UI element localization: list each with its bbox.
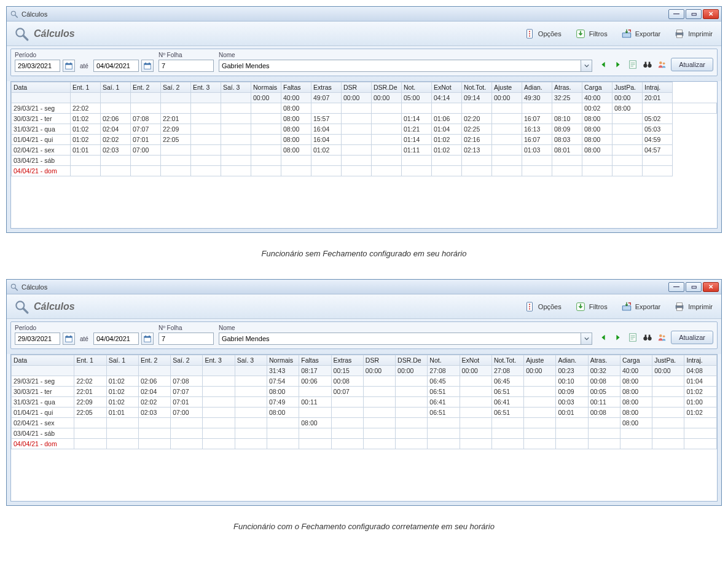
table-row[interactable]: 03/04/21 - sáb (12, 156, 717, 166)
notes-icon[interactable] (627, 331, 639, 344)
col-header[interactable]: Saí. 1 (101, 82, 131, 93)
col-header[interactable]: Ajuste (524, 355, 556, 366)
table-row[interactable]: 29/03/21 - seg22:0201:0202:0607:0807:540… (12, 376, 717, 387)
col-header[interactable]: Saí. 2 (171, 355, 203, 366)
filtros-button[interactable]: Filtros (575, 28, 608, 39)
atualizar-button[interactable]: Atualizar (671, 331, 713, 344)
filtros-button[interactable]: Filtros (575, 301, 608, 312)
periodo-to-input[interactable] (93, 333, 139, 345)
table-row[interactable]: 30/03/21 - ter01:0202:0607:0822:0108:001… (12, 114, 717, 124)
table-row[interactable]: 02/04/21 - sex01:0102:0307:0008:0001:020… (12, 145, 717, 156)
col-header[interactable]: Data (12, 82, 71, 93)
col-header[interactable]: Carga (582, 82, 613, 93)
col-header[interactable]: DSR (342, 82, 372, 93)
nome-input[interactable] (219, 60, 581, 72)
svg-rect-21 (149, 63, 150, 64)
col-header[interactable]: Saí. 2 (161, 82, 191, 93)
table-row[interactable]: 29/03/21 - seg22:0208:0000:0208:00 (12, 103, 717, 114)
col-header[interactable]: Intraj. (684, 355, 717, 366)
col-header[interactable]: DSR.De (396, 355, 428, 366)
data-grid[interactable]: DataEnt. 1Saí. 1Ent. 2Saí. 2Ent. 3Saí. 3… (10, 354, 718, 502)
next-button[interactable] (612, 58, 624, 71)
imprimir-button[interactable]: Imprimir (674, 301, 713, 312)
col-header[interactable]: Ent. 3 (191, 82, 221, 93)
nome-dropdown-button[interactable] (581, 333, 592, 345)
calendar-to-button[interactable] (141, 60, 154, 72)
col-header[interactable]: JustPa. (613, 82, 643, 93)
col-header[interactable]: Not. (428, 355, 460, 366)
close-button[interactable]: ✕ (703, 9, 719, 19)
col-header[interactable]: Ent. 2 (131, 82, 161, 93)
col-header[interactable]: Ent. 3 (203, 355, 235, 366)
col-header[interactable]: Ent. 1 (71, 82, 101, 93)
col-header[interactable]: Normais (267, 355, 299, 366)
prev-button[interactable] (597, 58, 609, 71)
col-header[interactable]: Ajuste (492, 82, 522, 93)
col-header[interactable]: Carga (620, 355, 652, 366)
col-header[interactable]: Adian. (556, 355, 588, 366)
maximize-button[interactable]: ▭ (686, 282, 702, 292)
table-row[interactable]: 04/04/21 - dom (12, 166, 717, 176)
col-header[interactable]: Faltas (281, 82, 311, 93)
maximize-button[interactable]: ▭ (686, 9, 702, 19)
col-header[interactable]: Faltas (299, 355, 331, 366)
table-row[interactable]: 04/04/21 - dom (12, 439, 717, 449)
minimize-button[interactable]: — (668, 9, 684, 19)
exportar-button[interactable]: Exportar (621, 301, 661, 312)
col-header[interactable]: Extras (311, 82, 342, 93)
col-header[interactable]: Not.Tot. (462, 82, 492, 93)
col-header[interactable]: Intraj. (643, 82, 673, 93)
col-header[interactable]: ExNot (460, 355, 491, 366)
people-icon[interactable] (656, 331, 668, 344)
table-row[interactable]: 02/04/21 - sex08:0008:00 (12, 418, 717, 428)
nfolha-input[interactable] (159, 333, 214, 345)
table-row[interactable]: 03/04/21 - sáb (12, 428, 717, 439)
people-icon[interactable] (656, 58, 668, 71)
col-header[interactable]: Data (12, 355, 74, 366)
table-row[interactable]: 31/03/21 - qua01:0202:0407:0722:0908:001… (12, 124, 717, 135)
col-header[interactable]: Saí. 3 (221, 82, 251, 93)
col-header[interactable]: Extras (331, 355, 363, 366)
calendar-from-button[interactable] (63, 60, 75, 72)
calendar-to-button[interactable] (141, 333, 154, 345)
periodo-to-input[interactable] (93, 60, 139, 72)
nome-input[interactable] (219, 333, 581, 345)
binoculars-icon[interactable] (641, 331, 654, 344)
col-header[interactable]: DSR (363, 355, 395, 366)
col-header[interactable]: Not. (402, 82, 432, 93)
table-row[interactable]: 31/03/21 - qua22:0901:0202:0207:0107:490… (12, 397, 717, 408)
col-header[interactable]: Not.Tot. (491, 355, 523, 366)
atualizar-button[interactable]: Atualizar (671, 58, 713, 71)
col-header[interactable]: Saí. 3 (235, 355, 267, 366)
minimize-button[interactable]: — (668, 282, 684, 292)
periodo-from-input[interactable] (15, 60, 60, 72)
binoculars-icon[interactable] (641, 58, 654, 71)
nome-dropdown-button[interactable] (581, 60, 592, 72)
close-button[interactable]: ✕ (703, 282, 719, 292)
data-cell (203, 376, 235, 387)
imprimir-button[interactable]: Imprimir (674, 28, 713, 39)
nfolha-input[interactable] (159, 60, 214, 72)
col-header[interactable]: Normais (251, 82, 281, 93)
col-header[interactable]: Saí. 1 (106, 355, 138, 366)
prev-button[interactable] (597, 331, 609, 344)
opcoes-button[interactable]: Opções (524, 301, 562, 312)
notes-icon[interactable] (627, 58, 639, 71)
table-row[interactable]: 01/04/21 - qui01:0202:0207:0122:0508:001… (12, 135, 717, 145)
col-header[interactable]: Ent. 1 (74, 355, 106, 366)
next-button[interactable] (612, 331, 624, 344)
col-header[interactable]: Atras. (552, 82, 582, 93)
periodo-from-input[interactable] (15, 333, 60, 345)
exportar-button[interactable]: Exportar (621, 28, 661, 39)
calendar-from-button[interactable] (63, 333, 75, 345)
table-row[interactable]: 30/03/21 - ter22:0101:0202:0407:0708:000… (12, 387, 717, 397)
col-header[interactable]: Atras. (588, 355, 620, 366)
col-header[interactable]: ExNot (432, 82, 462, 93)
opcoes-button[interactable]: Opções (524, 28, 562, 39)
col-header[interactable]: Ent. 2 (138, 355, 170, 366)
col-header[interactable]: Adian. (522, 82, 552, 93)
table-row[interactable]: 01/04/21 - qui22:0501:0102:0307:0008:000… (12, 408, 717, 418)
data-grid[interactable]: DataEnt. 1Saí. 1Ent. 2Saí. 2Ent. 3Saí. 3… (10, 81, 718, 229)
col-header[interactable]: DSR.De (372, 82, 402, 93)
col-header[interactable]: JustPa. (652, 355, 684, 366)
